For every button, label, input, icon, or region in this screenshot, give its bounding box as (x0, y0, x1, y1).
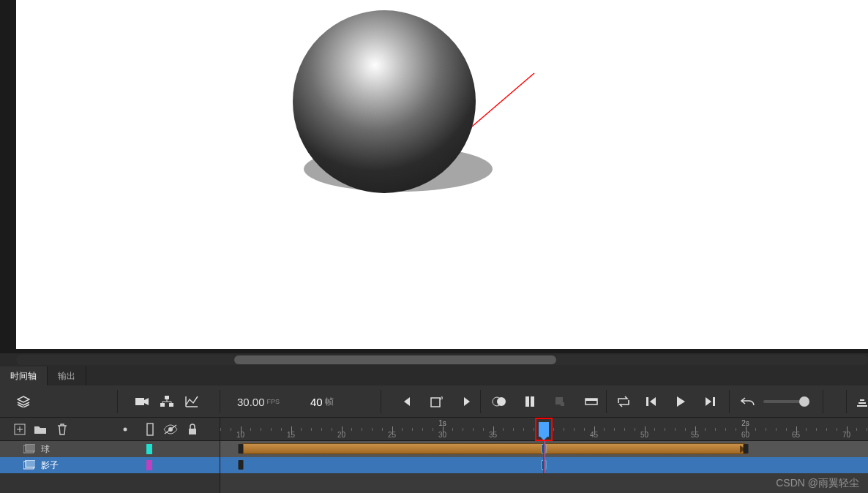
frame-field[interactable]: 40帧 (310, 393, 334, 410)
svg-rect-16 (713, 397, 715, 406)
layer-type-icon (23, 460, 35, 470)
layer-color-chip[interactable] (146, 444, 152, 454)
tab-output[interactable]: 输出 (48, 366, 86, 385)
undo-icon[interactable] (739, 393, 757, 410)
prev-keyframe-icon[interactable] (398, 393, 416, 410)
layer-name: 球 (41, 443, 50, 456)
keyframe[interactable] (743, 444, 748, 454)
sphere-object[interactable] (293, 10, 476, 193)
highlight-dot-icon (123, 422, 127, 437)
layer-row[interactable]: 球 (0, 441, 220, 457)
next-keyframe-icon[interactable] (458, 393, 476, 410)
svg-rect-10 (531, 396, 534, 407)
timeline-panel: 时间轴 输出 30.00FPS 40帧 A (0, 366, 868, 493)
resize-timeline-icon[interactable] (853, 393, 868, 410)
new-folder-icon[interactable] (32, 422, 48, 437)
frame-value[interactable]: 40 (310, 396, 323, 408)
edit-multiple-icon[interactable] (521, 393, 539, 410)
play-icon[interactable] (672, 393, 689, 410)
loop-icon[interactable] (615, 393, 632, 410)
step-forward-icon[interactable] (701, 393, 719, 410)
tab-timeline[interactable]: 时间轴 (0, 366, 48, 385)
camera-icon[interactable] (133, 393, 151, 410)
new-layer-icon[interactable] (12, 422, 28, 437)
lock-column-icon[interactable] (184, 422, 201, 437)
svg-point-18 (124, 428, 127, 432)
stage-area (0, 0, 868, 366)
svg-rect-4 (169, 403, 173, 407)
keyframe[interactable] (238, 460, 243, 470)
timeline-ruler[interactable]: 101520253035404550556065701s2s (220, 418, 868, 441)
keyframe[interactable] (238, 444, 243, 454)
fit-icon[interactable] (583, 393, 600, 410)
svg-rect-12 (561, 402, 564, 406)
svg-rect-9 (525, 396, 529, 407)
fps-label: FPS (267, 398, 280, 405)
visibility-column-icon[interactable] (162, 422, 179, 437)
zoom-slider-knob[interactable] (799, 396, 809, 407)
svg-rect-3 (160, 403, 165, 407)
hierarchy-icon[interactable] (158, 393, 176, 410)
layers-menu-icon[interactable] (15, 393, 32, 410)
timeline-body: 球影子 (0, 441, 868, 493)
layer-row[interactable]: 影子 (0, 457, 220, 473)
playhead-handle[interactable] (539, 422, 549, 437)
canvas-stage[interactable] (16, 0, 868, 349)
step-back-icon[interactable] (643, 393, 660, 410)
svg-rect-19 (147, 424, 153, 435)
fps-field[interactable]: 30.00FPS (237, 393, 280, 410)
svg-rect-14 (585, 399, 597, 401)
playhead-highlight-line (543, 441, 545, 473)
svg-point-8 (497, 397, 506, 406)
svg-rect-1 (135, 398, 144, 405)
stage-horizontal-scrollbar[interactable] (0, 353, 868, 366)
layer-name: 影子 (41, 459, 59, 472)
svg-rect-5 (431, 398, 440, 407)
svg-rect-22 (189, 429, 196, 434)
fps-value[interactable]: 30.00 (237, 396, 265, 408)
timeline-tracks[interactable] (220, 441, 868, 493)
frame-label: 帧 (325, 396, 334, 408)
scrollbar-thumb[interactable] (234, 355, 556, 364)
svg-text:A: A (440, 396, 443, 402)
onion-skin-icon[interactable] (490, 393, 508, 410)
panel-tabs: 时间轴 输出 (0, 366, 868, 385)
layer-color-chip[interactable] (146, 460, 152, 470)
delete-layer-icon[interactable] (54, 422, 70, 437)
graph-icon[interactable] (183, 393, 201, 410)
svg-rect-26 (26, 460, 35, 467)
ruler-second-marker: 2s (741, 419, 749, 427)
marker-icon (550, 393, 568, 410)
timeline-toolbar: 30.00FPS 40帧 A (0, 385, 868, 418)
ruler-second-marker: 1s (438, 419, 446, 427)
svg-rect-15 (646, 397, 648, 406)
insert-keyframe-icon[interactable]: A (427, 393, 445, 410)
tween-span[interactable] (241, 443, 746, 454)
layer-list: 球影子 (0, 441, 220, 493)
svg-rect-24 (26, 444, 35, 451)
svg-rect-2 (165, 396, 169, 399)
layer-type-icon (23, 444, 35, 454)
outline-column-icon[interactable] (142, 422, 158, 437)
